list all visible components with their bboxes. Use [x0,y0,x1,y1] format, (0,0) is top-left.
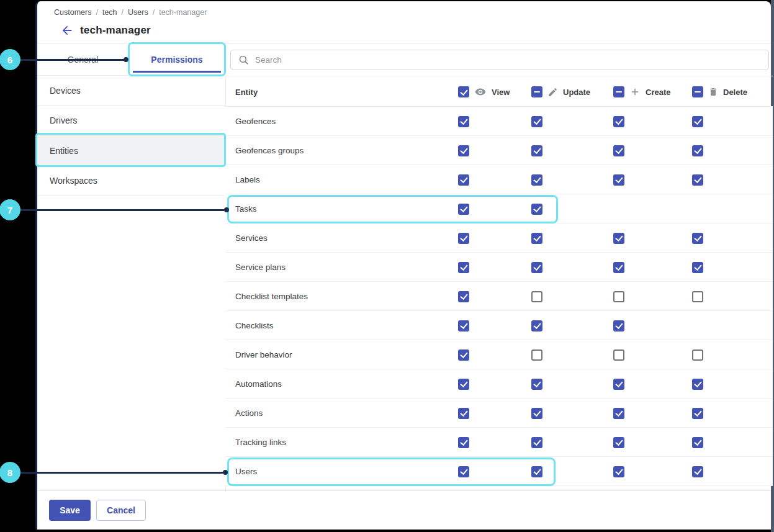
column-header-label: Create [646,88,670,97]
footer-divider [37,490,771,491]
breadcrumb-separator: / [122,8,124,17]
breadcrumb: Customers/tech/Users/tech-manager [54,8,207,17]
checkbox-create-users[interactable] [613,466,624,477]
entity-label: Checklists [235,311,274,340]
checkbox-delete-driver-behavior[interactable] [692,349,703,361]
checkbox-view-checklists[interactable] [458,320,469,331]
checkbox-update-automations[interactable] [531,379,542,390]
checkbox-view-checklist-templates[interactable] [458,291,469,302]
sidebar-item-workspaces[interactable]: Workspaces [37,166,225,197]
entity-label: Actions [235,399,263,428]
column-header-create: Create [613,76,670,107]
checkbox-delete-actions[interactable] [692,408,703,419]
active-tab-underline [133,71,221,73]
breadcrumb-item[interactable]: Users [128,8,148,17]
checkbox-view-users[interactable] [458,466,469,477]
checkbox-view-services[interactable] [458,233,469,244]
checkbox-delete-tracking-links[interactable] [692,437,703,448]
breadcrumb-separator: / [96,8,97,17]
column-header-delete: Delete [692,76,747,107]
checkbox-create-geofences-groups[interactable] [613,145,624,156]
checkbox-create-labels[interactable] [613,174,624,186]
checkbox-create-service-plans[interactable] [613,262,624,273]
eye-icon [474,86,487,98]
checkbox-create-services[interactable] [613,233,624,244]
checkbox-view-geofences-groups[interactable] [458,145,469,156]
checkbox-create-checklists[interactable] [613,320,624,331]
table-row-labels: Labels [225,165,773,194]
checkbox-delete-checklist-templates[interactable] [692,291,703,302]
pencil-icon [547,87,558,97]
table-row-users: Users [225,457,773,486]
checkbox-delete-services[interactable] [692,233,703,244]
checkbox-view-tasks[interactable] [458,204,469,215]
checkbox-create-checklist-templates[interactable] [613,291,624,302]
checkbox-create-automations[interactable] [613,379,624,390]
table-header: EntityViewUpdateCreateDelete [225,76,773,107]
checkbox-update-checklists[interactable] [531,320,542,331]
breadcrumb-item: tech-manager [159,8,207,17]
annotation-dot-7 [224,207,229,212]
annotation-line-6 [19,59,125,61]
checkbox-delete-service-plans[interactable] [692,262,703,273]
checkbox-delete-automations[interactable] [692,379,703,390]
checkbox-update-service-plans[interactable] [531,262,542,273]
sidebar-item-drivers[interactable]: Drivers [37,106,225,137]
select-all-checkbox-update[interactable] [531,86,542,97]
checkbox-create-geofences[interactable] [613,116,624,127]
select-all-checkbox-view[interactable] [458,86,469,97]
checkbox-view-tracking-links[interactable] [458,437,469,448]
checkbox-delete-geofences-groups[interactable] [692,145,703,156]
search-icon [238,55,250,66]
entity-label: Users [235,457,257,486]
checkbox-update-driver-behavior[interactable] [531,349,542,361]
checkbox-update-geofences[interactable] [531,116,542,127]
checkbox-view-actions[interactable] [458,408,469,419]
title-row: tech-manager [60,22,151,39]
select-all-checkbox-create[interactable] [613,86,624,97]
search-placeholder: Search [255,55,282,65]
sidebar-item-devices[interactable]: Devices [37,76,225,106]
back-button[interactable] [60,23,74,38]
checkbox-delete-geofences[interactable] [692,116,703,127]
tab-permissions[interactable]: Permissions [128,42,226,76]
checkbox-create-driver-behavior[interactable] [613,349,624,361]
breadcrumb-item[interactable]: Customers [54,8,91,17]
entity-label: Geofences groups [235,136,304,165]
checkbox-update-geofences-groups[interactable] [531,145,542,156]
cancel-button[interactable]: Cancel [96,500,146,521]
checkbox-view-labels[interactable] [458,174,469,186]
checkbox-view-service-plans[interactable] [458,262,469,273]
checkbox-view-geofences[interactable] [458,116,469,127]
column-header-label: Update [563,88,590,97]
annotation-badge-7: 7 [0,199,20,220]
table-row-automations: Automations [225,369,773,399]
save-button[interactable]: Save [49,500,91,521]
annotation-line-8 [19,472,223,474]
table-row-geofences-groups: Geofences groups [225,136,773,165]
annotation-line-7 [19,209,224,211]
select-all-checkbox-delete[interactable] [692,86,703,97]
checkbox-update-tracking-links[interactable] [531,437,542,448]
checkbox-update-labels[interactable] [531,174,542,186]
checkbox-update-actions[interactable] [531,408,542,419]
checkbox-view-automations[interactable] [458,379,469,390]
checkbox-update-users[interactable] [531,466,542,477]
checkbox-update-checklist-templates[interactable] [531,291,542,302]
checkbox-update-services[interactable] [531,233,542,244]
annotation-dot-6 [124,57,128,62]
table-row-checklists: Checklists [225,311,773,340]
checkbox-delete-users[interactable] [692,466,703,477]
breadcrumb-item[interactable]: tech [102,8,117,17]
column-header-label: View [492,88,510,97]
app-panel: Customers/tech/Users/tech-manager tech-m… [35,1,771,530]
checkbox-delete-labels[interactable] [692,174,703,186]
entity-label: Tracking links [235,428,286,457]
checkbox-create-tracking-links[interactable] [613,437,624,448]
table-row-tracking-links: Tracking links [225,428,773,457]
checkbox-view-driver-behavior[interactable] [458,349,469,361]
sidebar-item-entities[interactable]: Entities [37,136,225,166]
checkbox-create-actions[interactable] [613,408,624,419]
search-input[interactable]: Search [230,50,769,70]
checkbox-update-tasks[interactable] [531,204,542,215]
